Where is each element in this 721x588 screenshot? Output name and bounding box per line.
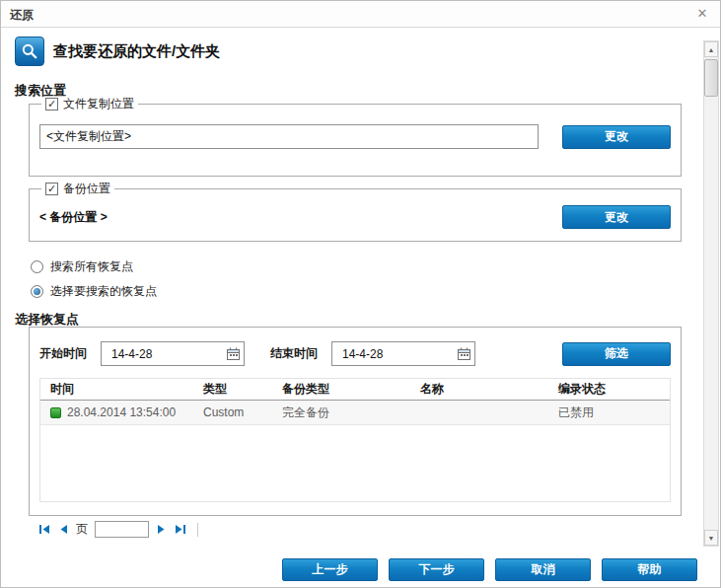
file-copy-group: ✓ 文件复制位置 更改: [29, 96, 682, 177]
scrollbar-thumb[interactable]: [704, 59, 718, 97]
restore-dialog: 还原 ✕ 查找要还原的文件/文件夹 搜索位置 ✓ 文件复制位置 更改 ✓: [0, 0, 721, 588]
next-page-icon[interactable]: [156, 524, 167, 535]
radio-select-points-label: 选择要搜索的恢复点: [50, 283, 157, 300]
footer-buttons: 上一步 下一步 取消 帮助: [282, 558, 697, 581]
dialog-title: 还原: [10, 7, 34, 24]
header-backup-type: 备份类型: [282, 381, 420, 398]
vertical-scrollbar[interactable]: ▲ ▼: [703, 40, 719, 547]
page-label: 页: [76, 521, 88, 538]
filter-button[interactable]: 筛选: [562, 342, 671, 366]
file-copy-checkbox[interactable]: ✓ 文件复制位置: [45, 96, 134, 112]
next-button[interactable]: 下一步: [389, 558, 484, 581]
scroll-up-icon[interactable]: ▲: [704, 41, 718, 57]
titlebar: 还原 ✕: [1, 1, 720, 28]
search-icon: [15, 37, 44, 66]
checkbox-checked-icon[interactable]: ✓: [45, 183, 58, 195]
recovery-points-group: 开始时间 结束时间: [29, 327, 682, 516]
help-button[interactable]: 帮助: [602, 558, 697, 581]
cell-type: Custom: [203, 405, 282, 419]
cell-catalog-status: 已禁用: [558, 404, 670, 421]
end-time-label: 结束时间: [270, 345, 318, 362]
cell-time: 28.04.2014 13:54:00: [67, 405, 176, 419]
start-time-label: 开始时间: [39, 345, 87, 362]
table-header-row: 时间 类型 备份类型 名称 编录状态: [40, 379, 670, 401]
header: 查找要还原的文件/文件夹: [15, 37, 220, 66]
header-time: 时间: [40, 381, 203, 398]
backup-location-group: ✓ 备份位置 < 备份位置 > 更改: [29, 181, 682, 242]
recovery-points-table: 时间 类型 备份类型 名称 编录状态 28.04.2014 13:54:00 C…: [39, 378, 671, 502]
start-time-input[interactable]: [101, 341, 245, 366]
table-row[interactable]: 28.04.2014 13:54:00 Custom 完全备份 已禁用: [40, 401, 670, 425]
calendar-icon[interactable]: [227, 347, 240, 363]
radio-search-all-label: 搜索所有恢复点: [50, 258, 133, 275]
backup-location-checkbox-label: 备份位置: [63, 181, 110, 197]
backup-status-icon: [50, 407, 61, 418]
radio-dot: [34, 288, 40, 295]
pagination-divider: [197, 523, 198, 537]
backup-change-button[interactable]: 更改: [562, 205, 671, 229]
radio-selected-icon[interactable]: [31, 285, 43, 298]
last-page-icon[interactable]: [174, 524, 186, 535]
header-type: 类型: [203, 381, 282, 398]
cancel-button[interactable]: 取消: [495, 558, 591, 581]
scroll-down-icon[interactable]: ▼: [704, 530, 718, 546]
radio-select-points[interactable]: 选择要搜索的恢复点: [31, 283, 157, 300]
previous-button[interactable]: 上一步: [282, 558, 378, 581]
first-page-icon[interactable]: [38, 524, 51, 535]
radio-unselected-icon[interactable]: [31, 260, 43, 273]
calendar-icon[interactable]: [458, 347, 470, 363]
radio-search-all[interactable]: 搜索所有恢复点: [31, 258, 133, 275]
page-input[interactable]: [95, 521, 149, 538]
file-copy-checkbox-label: 文件复制位置: [63, 96, 134, 112]
pagination: 页: [38, 521, 198, 538]
cell-backup-type: 完全备份: [282, 404, 420, 421]
close-icon[interactable]: ✕: [694, 6, 710, 22]
page-title: 查找要还原的文件/文件夹: [53, 42, 220, 61]
header-name: 名称: [420, 381, 558, 398]
end-time-input[interactable]: [331, 341, 475, 366]
prev-page-icon[interactable]: [58, 524, 69, 535]
backup-location-checkbox[interactable]: ✓ 备份位置: [45, 181, 110, 197]
checkbox-checked-icon[interactable]: ✓: [45, 98, 58, 110]
header-catalog-status: 编录状态: [558, 381, 670, 398]
file-copy-change-button[interactable]: 更改: [562, 125, 671, 149]
backup-location-text: < 备份位置 >: [39, 209, 108, 226]
file-copy-location-input[interactable]: [39, 124, 539, 149]
